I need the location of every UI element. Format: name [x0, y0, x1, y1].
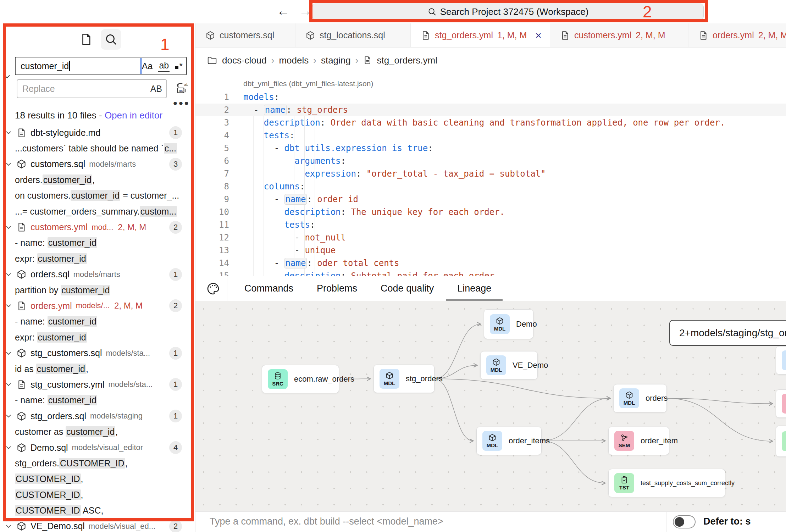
preserve-case-toggle[interactable]: AB [150, 84, 162, 94]
defer-toggle[interactable] [673, 515, 696, 528]
file-icon [560, 31, 570, 40]
result-match-row[interactable]: ...customers` table should be named `c..… [0, 140, 195, 156]
panel-tab-commands[interactable]: Commands [244, 276, 293, 301]
code-line-8: 8 columns: [195, 180, 786, 193]
result-file-row[interactable]: stg_customers.sqlmodels/sta...1 [0, 345, 195, 361]
result-match-row[interactable]: stg_orders.CUSTOMER_ID, [0, 455, 195, 471]
code-line-14: 14 - name: oder_total_cents [195, 257, 786, 270]
breadcrumb-models[interactable]: models [279, 55, 309, 66]
more-actions-button[interactable]: ••• [173, 96, 190, 110]
lineage-selector-input[interactable]: 2+models/staging/stg_or [669, 320, 786, 346]
tab-stg_orders-yml[interactable]: stg_orders.yml1, M, M× [411, 23, 550, 47]
result-file-row[interactable]: orders.sqlmodels/marts1 [0, 267, 195, 282]
theme-palette-button[interactable] [206, 282, 220, 296]
result-match-row[interactable]: ...= customer_orders_summary.custom... [0, 204, 195, 219]
git-status: 2, M, M [118, 222, 146, 232]
chevron-down-icon [4, 522, 13, 531]
open-in-editor-link[interactable]: Open in editor [105, 110, 162, 121]
model-icon [16, 443, 27, 453]
mdl-icon [492, 358, 500, 366]
search-input[interactable]: customer_id Aa ab * [15, 57, 187, 75]
breadcrumb-staging[interactable]: staging [321, 55, 351, 66]
lineage-node-order_items[interactable]: MDLorder_items [476, 427, 542, 455]
line-number: 15 [195, 271, 229, 276]
new-file-button[interactable] [76, 29, 96, 50]
result-file-row[interactable]: customers.sqlmodels/marts3 [0, 156, 195, 172]
lineage-node-stg_orders[interactable]: MDLstg_orders [373, 365, 434, 393]
tab-orders-yml[interactable]: orders.yml2, M, M [688, 23, 786, 47]
lineage-node-cut_tst[interactable]: TST [776, 426, 786, 457]
file-icon [421, 31, 431, 40]
command-input[interactable]: Type a command, ex. dbt build --select <… [210, 516, 443, 527]
match-text: expr: customer_id [15, 254, 87, 264]
lineage-canvas[interactable]: SRCecom.raw_ordersMDLstg_ordersMDLDemoMD… [195, 301, 786, 511]
code-line-11: 11 tests: [195, 218, 786, 231]
panel-tab-lineage[interactable]: Lineage [457, 276, 491, 301]
file-icon [16, 222, 27, 232]
lineage-node-orders[interactable]: MDLorders [613, 384, 667, 412]
result-file-row[interactable]: Demo.sqlmodels/visual_editor4 [0, 440, 195, 455]
file-name: stg_customers.sql [31, 348, 102, 358]
result-match-row[interactable]: id as customer_id, [0, 361, 195, 377]
result-match-row[interactable]: - name: customer_id [0, 393, 195, 408]
node-type-badge: SRC [268, 369, 288, 389]
editor-tabbar: customers.sqlstg_locations.sqlstg_orders… [195, 23, 786, 48]
palette-icon [206, 282, 220, 296]
result-match-row[interactable]: - name: customer_id [0, 235, 195, 251]
result-match-row[interactable]: - name: customer_id [0, 314, 195, 329]
tab-git-status: 2, M, M [636, 30, 665, 40]
match-text: ...customers` table should be named `c..… [15, 143, 177, 154]
tab-customers-yml[interactable]: customers.yml2, M, M [550, 23, 688, 47]
result-match-row[interactable]: orders.customer_id, [0, 172, 195, 188]
lineage-node-demo[interactable]: MDLDemo [484, 309, 533, 339]
whole-word-toggle[interactable]: ab [158, 60, 170, 72]
search-view-button[interactable] [101, 29, 121, 50]
toggle-replace-button[interactable] [2, 72, 12, 82]
match-count-badge: 1 [169, 268, 182, 281]
lineage-node-test_supply[interactable]: TSTtest_supply_costs_sum_correctly [608, 469, 725, 497]
replace-input[interactable]: Replace AB [17, 79, 167, 98]
result-match-row[interactable]: partition by customer_id [0, 282, 195, 298]
result-match-row[interactable]: customer as customer_id, [0, 424, 195, 439]
regex-toggle[interactable]: * [175, 61, 183, 71]
tab-stg_locations-sql[interactable]: stg_locations.sql [295, 23, 411, 47]
chevron-down-icon [4, 301, 13, 310]
lineage-node-ve_demo[interactable]: MDLVE_Demo [480, 351, 538, 379]
result-match-row[interactable]: on customers.customer_id = customer_... [0, 188, 195, 204]
code-editor[interactable]: dbt_yml_files (dbt_yml_files-latest.json… [195, 73, 786, 276]
result-file-row[interactable]: orders.ymlmodels/...2, M, M2 [0, 298, 195, 314]
panel-tab-code-quality[interactable]: Code quality [381, 276, 434, 301]
result-match-row[interactable]: CUSTOMER_ID, [0, 487, 195, 503]
match-count-badge: 1 [169, 347, 182, 360]
lineage-node-cut_mdl[interactable]: MDL [776, 346, 786, 375]
node-type-badge: SEM [782, 394, 786, 414]
result-file-row[interactable]: VE_Demo.sqlmodels/visual_ed...2 [0, 519, 195, 532]
result-file-row[interactable]: stg_orders.sqlmodels/staging1 [0, 408, 195, 424]
divider [666, 512, 666, 532]
panel-tab-problems[interactable]: Problems [317, 276, 357, 301]
result-match-row[interactable]: CUSTOMER_ID, [0, 471, 195, 487]
lineage-node-order_item[interactable]: SEMorder_item [608, 427, 669, 455]
file-path: models/marts [89, 160, 136, 169]
model-icon [16, 159, 27, 169]
close-icon[interactable]: × [535, 29, 542, 41]
result-match-row[interactable]: CUSTOMER_ID ASC, [0, 503, 195, 518]
result-file-row[interactable]: dbt-styleguide.md1 [0, 125, 195, 140]
breadcrumb-root[interactable]: docs-cloud [222, 55, 267, 66]
tab-customers-sql[interactable]: customers.sql [195, 23, 295, 47]
result-file-row[interactable]: stg_customers.ymlmodels/sta...1 [0, 377, 195, 392]
line-number: 12 [195, 233, 229, 243]
forward-arrow-icon[interactable]: → [299, 3, 312, 19]
result-match-row[interactable]: expr: customer_id [0, 329, 195, 345]
lineage-node-raw_orders[interactable]: SRCecom.raw_orders [262, 365, 339, 393]
code-line-9: 9 - name: order_id [195, 193, 786, 206]
match-count-badge: 2 [169, 221, 182, 234]
project-search-bar[interactable]: Search Project 372475 (Workspace) [312, 4, 704, 20]
replace-all-button[interactable] [174, 80, 188, 96]
lineage-node-cut_sem[interactable]: SEM [776, 389, 786, 418]
match-case-toggle[interactable]: Aa [142, 61, 153, 71]
result-match-row[interactable]: expr: customer_id [0, 251, 195, 266]
result-file-row[interactable]: customers.ymlmod...2, M, M2 [0, 219, 195, 235]
breadcrumb-file[interactable]: stg_orders.yml [377, 55, 437, 66]
back-arrow-icon[interactable]: ← [277, 3, 290, 19]
